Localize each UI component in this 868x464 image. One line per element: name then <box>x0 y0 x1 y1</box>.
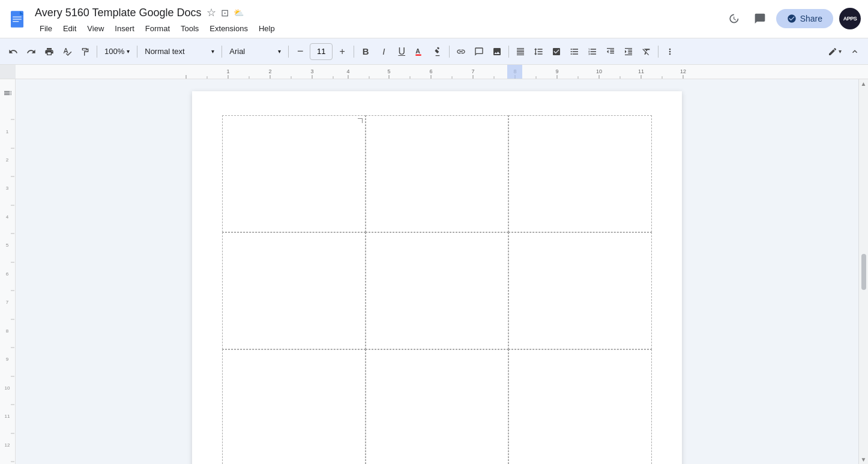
label-cell-3-3[interactable] <box>508 349 652 464</box>
share-label: Share <box>800 14 822 23</box>
label-cell-1-3[interactable] <box>508 115 652 232</box>
svg-rect-46 <box>507 65 522 79</box>
svg-text:10: 10 <box>596 68 602 74</box>
svg-text:2: 2 <box>268 68 271 74</box>
insert-comment-button[interactable] <box>471 43 487 61</box>
svg-rect-6 <box>416 54 421 55</box>
highlight-button[interactable] <box>429 43 446 61</box>
toolbar-divider-3 <box>222 46 222 58</box>
line-spacing-button[interactable] <box>530 43 547 61</box>
undo-button[interactable] <box>5 43 22 61</box>
zoom-value: 100% <box>104 47 124 56</box>
label-grid <box>222 115 652 464</box>
outline-icon[interactable] <box>3 88 13 98</box>
title-section: Avery 5160 Template Google Docs ☆ ⊡ ⛅ Fi… <box>35 6 723 35</box>
corner-indicator <box>358 118 363 123</box>
label-cell-1-1[interactable] <box>222 115 366 232</box>
svg-text:9: 9 <box>6 357 9 362</box>
text-style-value: Normal text <box>145 47 184 56</box>
align-button[interactable] <box>512 43 529 61</box>
toolbar: 100% ▾ Normal text ▾ Arial ▾ − 11 + B I … <box>0 38 868 65</box>
font-size-minus-button[interactable]: − <box>292 43 309 61</box>
underline-button[interactable]: U <box>393 43 410 61</box>
spellcheck-button[interactable] <box>59 43 76 61</box>
redo-button[interactable] <box>23 43 40 61</box>
folder-icon[interactable]: ⊡ <box>221 7 229 19</box>
svg-text:3: 3 <box>6 185 9 191</box>
more-options-button[interactable] <box>662 43 678 61</box>
apps-label: APPS <box>843 16 857 22</box>
doc-title[interactable]: Avery 5160 Template Google Docs <box>35 7 202 19</box>
ruler: 1 2 3 4 5 6 7 8 9 10 <box>0 65 868 79</box>
font-color-button[interactable]: A <box>411 43 428 61</box>
insert-image-button[interactable] <box>489 43 505 61</box>
svg-rect-4 <box>13 21 19 22</box>
font-arrow: ▾ <box>278 48 281 55</box>
label-cell-2-1[interactable] <box>222 232 366 349</box>
scroll-down-arrow[interactable]: ▼ <box>861 456 867 463</box>
scrollbar-right[interactable]: ▲ ▼ <box>858 79 868 464</box>
font-select[interactable]: Arial ▾ <box>225 43 285 61</box>
svg-text:7: 7 <box>6 300 9 305</box>
menu-format[interactable]: Format <box>140 22 175 35</box>
menu-help[interactable]: Help <box>254 22 280 35</box>
zoom-select[interactable]: 100% ▾ <box>100 43 134 61</box>
svg-text:6: 6 <box>429 68 432 74</box>
menu-tools[interactable]: Tools <box>176 22 203 35</box>
menu-edit[interactable]: Edit <box>58 22 81 35</box>
collapse-toolbar-button[interactable] <box>846 43 863 61</box>
pencil-mode-button[interactable]: ▾ <box>824 43 845 61</box>
star-icon[interactable]: ☆ <box>206 6 216 19</box>
italic-button[interactable]: I <box>375 43 392 61</box>
label-cell-2-2[interactable] <box>366 232 509 349</box>
doc-canvas[interactable] <box>16 79 858 464</box>
indent-more-button[interactable] <box>620 43 637 61</box>
history-button[interactable] <box>723 8 744 29</box>
doc-title-row: Avery 5160 Template Google Docs ☆ ⊡ ⛅ <box>35 6 723 19</box>
main-area: 1 2 3 4 5 6 7 8 9 10 11 12 13 <box>0 79 868 464</box>
label-cell-1-2[interactable] <box>366 115 509 232</box>
font-size-plus-button[interactable]: + <box>334 43 351 61</box>
paintformat-button[interactable] <box>77 43 94 61</box>
numbered-list-button[interactable] <box>584 43 601 61</box>
checklist-button[interactable] <box>548 43 565 61</box>
svg-text:6: 6 <box>6 271 9 277</box>
svg-text:8: 8 <box>6 328 9 334</box>
title-bar: Avery 5160 Template Google Docs ☆ ⊡ ⛅ Fi… <box>0 0 868 38</box>
toolbar-divider-4 <box>288 46 289 58</box>
label-cell-2-3[interactable] <box>508 232 652 349</box>
menu-file[interactable]: File <box>35 22 57 35</box>
bold-button[interactable]: B <box>357 43 374 61</box>
apps-avatar-button[interactable]: APPS <box>839 8 861 29</box>
share-button[interactable]: Share <box>776 9 833 28</box>
doc-page <box>192 91 682 464</box>
label-cell-3-1[interactable] <box>222 349 366 464</box>
indent-less-button[interactable] <box>602 43 619 61</box>
cloud-status-icon[interactable]: ⛅ <box>234 8 244 17</box>
text-style-arrow: ▾ <box>211 48 214 55</box>
clear-format-button[interactable] <box>638 43 655 61</box>
svg-text:5: 5 <box>6 243 9 248</box>
svg-text:1: 1 <box>6 129 9 134</box>
font-size-input[interactable]: 11 <box>310 43 333 60</box>
svg-text:11: 11 <box>638 68 644 74</box>
menu-insert[interactable]: Insert <box>110 22 139 35</box>
toolbar-divider-6 <box>449 46 450 58</box>
insert-link-button[interactable] <box>453 43 469 61</box>
svg-text:4: 4 <box>6 214 9 220</box>
bullets-button[interactable] <box>566 43 583 61</box>
title-actions: Share APPS <box>723 8 861 34</box>
scroll-thumb[interactable] <box>861 254 866 290</box>
docs-logo-icon <box>7 10 29 32</box>
toolbar-divider-8 <box>658 46 659 58</box>
print-button[interactable] <box>41 43 58 61</box>
svg-text:A: A <box>416 47 421 55</box>
menu-extensions[interactable]: Extensions <box>205 22 253 35</box>
svg-text:9: 9 <box>555 68 558 74</box>
menu-view[interactable]: View <box>82 22 109 35</box>
label-cell-3-2[interactable] <box>366 349 509 464</box>
text-style-select[interactable]: Normal text ▾ <box>140 43 219 61</box>
comments-button[interactable] <box>750 8 770 29</box>
svg-text:7: 7 <box>471 68 474 74</box>
scroll-up-arrow[interactable]: ▲ <box>861 80 867 87</box>
